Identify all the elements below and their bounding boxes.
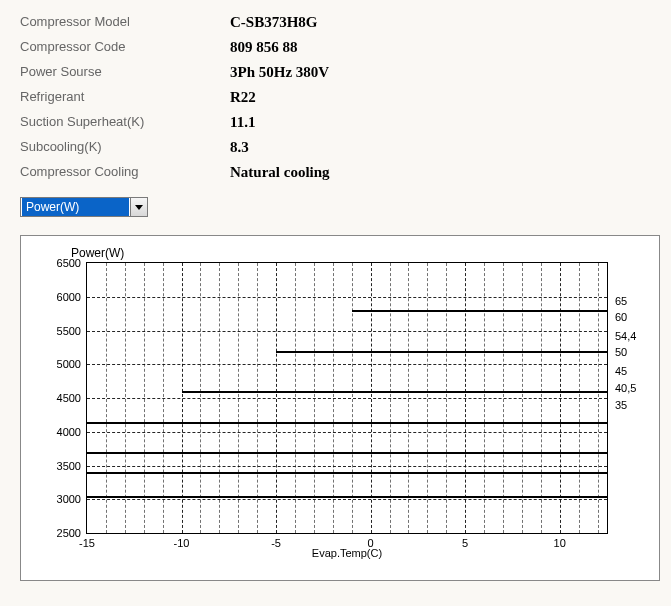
chart-series-label: 54,4 <box>615 330 636 342</box>
chart-ytick-label: 5500 <box>57 325 81 337</box>
chart-series-line <box>87 472 607 474</box>
chart-gridline-vertical <box>579 263 580 533</box>
chart-gridline-vertical <box>598 263 599 533</box>
chart-gridline-horizontal <box>87 331 607 332</box>
chart-gridline-vertical <box>163 263 164 533</box>
chart-gridline-vertical <box>200 263 201 533</box>
chart-gridline-vertical <box>352 263 353 533</box>
spec-label-subcooling: Subcooling(K) <box>20 139 230 156</box>
chevron-down-icon <box>130 198 147 216</box>
page-root: Compressor Model C-SB373H8G Compressor C… <box>0 0 671 606</box>
chart-gridline-vertical <box>465 263 466 533</box>
chart-gridline-vertical <box>371 263 372 533</box>
chart-ytick-label: 4500 <box>57 392 81 404</box>
chart-xtick-label: 0 <box>368 537 374 549</box>
chart-ytick-label: 3000 <box>57 493 81 505</box>
spec-value-refrigerant: R22 <box>230 89 651 106</box>
chart-xtick-label: 10 <box>554 537 566 549</box>
chart-gridline-vertical <box>560 263 561 533</box>
chart-series-line <box>182 391 607 393</box>
chart-gridline-vertical <box>408 263 409 533</box>
spec-label-cooling: Compressor Cooling <box>20 164 230 181</box>
chart-xtick-label: -15 <box>79 537 95 549</box>
chart-gridline-vertical <box>314 263 315 533</box>
spec-label-superheat: Suction Superheat(K) <box>20 114 230 131</box>
chart-series-label: 35 <box>615 399 627 411</box>
chart-gridline-horizontal <box>87 297 607 298</box>
spec-label-model: Compressor Model <box>20 14 230 31</box>
chart-xtick-label: -5 <box>271 537 281 549</box>
chart-gridline-horizontal <box>87 432 607 433</box>
spec-value-subcooling: 8.3 <box>230 139 651 156</box>
chart-gridline-vertical <box>144 263 145 533</box>
chart-ytick-label: 6000 <box>57 291 81 303</box>
chart-series-label: 65 <box>615 295 627 307</box>
chart-ytick-label: 6500 <box>57 257 81 269</box>
chart-series-label: 60 <box>615 311 627 323</box>
chart-series-line <box>87 422 607 424</box>
chart-gridline-horizontal <box>87 466 607 467</box>
chart-gridline-vertical <box>276 263 277 533</box>
chart-gridline-horizontal <box>87 398 607 399</box>
chart-gridline-vertical <box>446 263 447 533</box>
chart-ytick-label: 3500 <box>57 460 81 472</box>
chart-gridline-vertical <box>257 263 258 533</box>
chart-series-label: 50 <box>615 346 627 358</box>
chart-series-label: 45 <box>615 365 627 377</box>
chart-gridline-vertical <box>219 263 220 533</box>
chart-gridline-vertical <box>522 263 523 533</box>
spec-label-code: Compressor Code <box>20 39 230 56</box>
chart-xtick-label: 5 <box>462 537 468 549</box>
spec-label-power: Power Sourse <box>20 64 230 81</box>
chart-gridline-vertical <box>541 263 542 533</box>
chart-gridline-vertical <box>484 263 485 533</box>
chart-ytick-label: 4000 <box>57 426 81 438</box>
chart-series-line <box>276 351 607 353</box>
chart-series-line <box>87 496 607 498</box>
chart-gridline-vertical <box>333 263 334 533</box>
chart-panel: Power(W) Evap.Temp(C) 250030003500400045… <box>20 235 660 581</box>
chart-gridline-horizontal <box>87 364 607 365</box>
chart-series-line <box>87 452 607 454</box>
chart-x-label: Evap.Temp(C) <box>87 547 607 559</box>
chart-series-label: 40,5 <box>615 382 636 394</box>
chart-plot-area: Evap.Temp(C) 250030003500400045005000550… <box>86 262 608 534</box>
spec-value-cooling: Natural cooling <box>230 164 651 181</box>
spec-value-power: 3Ph 50Hz 380V <box>230 64 651 81</box>
chart-gridline-vertical <box>295 263 296 533</box>
chart-gridline-vertical <box>106 263 107 533</box>
spec-value-superheat: 11.1 <box>230 114 651 131</box>
parameter-select[interactable]: Power(W) <box>20 197 148 217</box>
chart-series-line <box>352 310 607 312</box>
parameter-select-value: Power(W) <box>22 198 129 216</box>
chart-gridline-vertical <box>238 263 239 533</box>
chart-gridline-vertical <box>390 263 391 533</box>
spec-value-model: C-SB373H8G <box>230 14 651 31</box>
chart-gridline-vertical <box>182 263 183 533</box>
chart-ytick-label: 5000 <box>57 358 81 370</box>
spec-table: Compressor Model C-SB373H8G Compressor C… <box>20 14 651 181</box>
chart-gridline-horizontal <box>87 499 607 500</box>
chart-ytick-label: 2500 <box>57 527 81 539</box>
chart-gridline-vertical <box>503 263 504 533</box>
svg-marker-0 <box>135 205 143 210</box>
chart-xtick-label: -10 <box>174 537 190 549</box>
spec-label-refrigerant: Refrigerant <box>20 89 230 106</box>
spec-value-code: 809 856 88 <box>230 39 651 56</box>
chart-gridline-vertical <box>427 263 428 533</box>
chart-gridline-vertical <box>125 263 126 533</box>
